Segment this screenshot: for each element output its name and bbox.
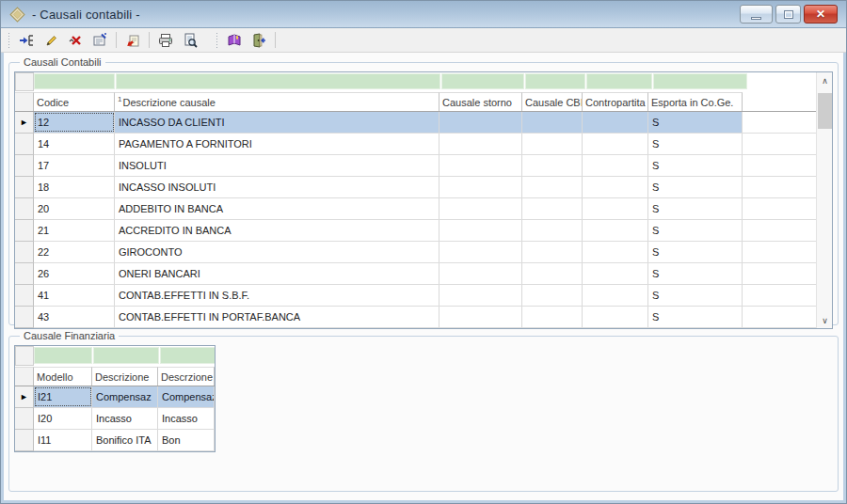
grid-cell[interactable] [439,155,522,176]
grid-cell[interactable]: S [648,198,743,219]
grid-cell[interactable]: CONTAB.EFFETTI IN PORTAF.BANCA [115,307,439,327]
grid-cell[interactable]: I20 [34,408,92,429]
column-header-descrizione[interactable]: Descrizione [92,367,158,386]
grid-cell[interactable]: S [648,220,743,241]
grid-cell[interactable]: INCASSO INSOLUTI [115,177,439,197]
row-selector[interactable] [15,408,34,430]
column-header-causale-storno[interactable]: Causale storno [439,92,522,111]
current-row-arrow-icon[interactable]: ► [15,112,34,134]
grid-cell[interactable] [439,177,522,197]
grid-cell[interactable] [583,220,648,241]
grid-cell[interactable] [522,198,583,219]
column-header-codice[interactable]: Codice [34,92,115,111]
filter-cell-causale-storno[interactable] [441,73,524,89]
grid-cell[interactable] [583,198,648,219]
grid-cell[interactable]: S [648,263,743,284]
help-button[interactable] [223,30,246,50]
minimize-button[interactable] [740,5,773,24]
grid-cell[interactable]: S [648,307,743,327]
grid-cell[interactable]: Bon [158,430,215,450]
grid-cell[interactable]: 20 [34,198,115,219]
grid-cell[interactable]: 43 [34,307,115,327]
grid-cell[interactable] [522,112,583,133]
table-row[interactable]: I11Bonifico ITABon [15,430,215,451]
grid-cell[interactable] [522,177,583,197]
toolbar-grip[interactable] [8,33,10,48]
print-preview-button[interactable] [179,30,201,50]
grid-cell[interactable] [583,177,648,197]
filter-cell-codice[interactable] [34,73,115,89]
grid-cell[interactable] [522,263,583,284]
grid-cell[interactable]: S [648,285,743,306]
row-selector[interactable] [15,198,34,220]
grid-cell[interactable]: S [648,155,743,176]
grid-cell[interactable] [522,155,583,176]
row-selector[interactable] [15,177,34,198]
table-row[interactable]: I20IncassoIncasso [15,408,215,430]
grid-cell[interactable]: ADDEBITO IN BANCA [115,198,439,219]
filter-cell-descrizione[interactable] [116,73,440,89]
filter-cell-causale-cbi[interactable] [525,73,585,89]
table-row[interactable]: 18INCASSO INSOLUTIS [15,177,816,198]
row-selector[interactable] [15,430,34,451]
row-selector[interactable] [15,263,34,285]
filter-cell-contropartita[interactable] [586,73,652,89]
grid-cell[interactable]: Compensaz [158,386,215,407]
row-selector[interactable] [15,220,34,242]
grid-cell[interactable] [522,220,583,241]
row-selector[interactable] [15,307,34,328]
grid-cell[interactable] [439,307,522,327]
filter-cell-modello[interactable] [34,347,92,364]
exit-button[interactable] [248,30,270,50]
grid-cell[interactable] [583,155,648,176]
edit-record-button[interactable] [40,30,62,50]
toolbar-grip[interactable] [216,33,218,48]
grid-cell[interactable]: 21 [34,220,115,241]
grid-cell[interactable]: S [648,134,743,154]
grid-cell[interactable] [439,242,522,262]
grid-cell[interactable] [522,285,583,306]
row-selector[interactable] [15,285,34,307]
new-record-button[interactable] [15,30,38,50]
current-row-arrow-icon[interactable]: ► [15,386,34,408]
row-selector[interactable] [15,155,34,177]
grid-cell[interactable]: ONERI BANCARI [115,263,439,284]
filter-cell-esporta[interactable] [653,73,747,89]
row-selector[interactable] [15,134,34,155]
grid-cell[interactable]: S [648,242,743,262]
app-diamond-icon[interactable] [9,7,25,23]
table-row[interactable]: 21ACCREDITO IN BANCAS [15,220,816,242]
record-card-button[interactable] [88,30,111,50]
filter-cell-descrizione[interactable] [93,347,159,364]
column-header-contropartita[interactable]: Contropartita [583,92,648,111]
grid-cell[interactable] [583,263,648,284]
grid-cell[interactable] [522,307,583,327]
duplicate-record-button[interactable] [121,30,144,50]
grid-cell[interactable]: GIROCONTO [115,242,439,262]
vertical-scrollbar[interactable]: ∧ ∨ [816,72,832,328]
grid-cell[interactable]: 18 [34,177,115,197]
row-selector[interactable] [15,242,34,263]
scroll-down-icon[interactable]: ∨ [817,312,833,328]
column-header-descrzione[interactable]: Descrzione [158,367,215,386]
grid-cell[interactable] [439,285,522,306]
table-row[interactable]: 20ADDEBITO IN BANCAS [15,198,816,220]
delete-record-button[interactable] [64,30,87,50]
grid-cell[interactable] [439,220,522,241]
grid-cell[interactable]: 22 [34,242,115,262]
grid-cell[interactable]: Compensaz [92,386,158,407]
grid-cell[interactable]: S [648,112,743,133]
table-row[interactable]: 41CONTAB.EFFETTI IN S.B.F.S [15,285,816,307]
table-row[interactable]: 17INSOLUTIS [15,155,816,177]
grid-cell[interactable] [439,112,522,133]
table-row[interactable]: ►12INCASSO DA CLIENTIS [15,112,816,134]
grid-cell[interactable] [522,242,583,262]
grid-cell[interactable]: 14 [34,134,115,154]
table-row[interactable]: ►I21CompensazCompensaz [15,386,215,408]
table-row[interactable]: 43CONTAB.EFFETTI IN PORTAF.BANCAS [15,307,816,328]
column-header-modello[interactable]: Modello [34,367,92,386]
column-header-causale-cbi[interactable]: Causale CBI [522,92,583,111]
grid-cell[interactable]: ACCREDITO IN BANCA [115,220,439,241]
grid-cell[interactable]: INCASSO DA CLIENTI [115,112,439,133]
grid-cell[interactable] [583,242,648,262]
